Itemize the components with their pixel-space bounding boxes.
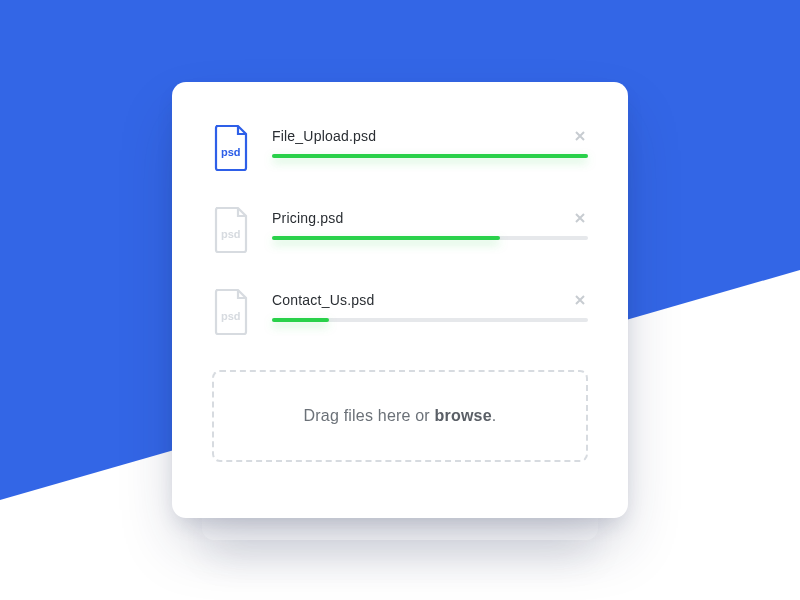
file-psd-icon: psd	[212, 288, 250, 336]
svg-text:psd: psd	[221, 146, 241, 158]
progress-fill	[272, 154, 588, 158]
remove-file-button[interactable]	[572, 210, 588, 226]
file-name: Contact_Us.psd	[272, 292, 374, 308]
dropzone-text: Drag files here or	[304, 407, 435, 424]
file-row: psd Contact_Us.psd	[212, 288, 588, 336]
file-row: psd File_Upload.psd	[212, 124, 588, 172]
file-body: Pricing.psd	[272, 206, 588, 240]
progress-fill	[272, 318, 329, 322]
svg-text:psd: psd	[221, 310, 241, 322]
progress-track	[272, 154, 588, 158]
progress-track	[272, 318, 588, 322]
file-name: File_Upload.psd	[272, 128, 376, 144]
browse-link[interactable]: browse	[435, 407, 492, 424]
dropzone[interactable]: Drag files here or browse.	[212, 370, 588, 462]
file-body: File_Upload.psd	[272, 124, 588, 158]
upload-card: psd File_Upload.psd psd Pricing.psd	[172, 82, 628, 518]
progress-track	[272, 236, 588, 240]
file-body: Contact_Us.psd	[272, 288, 588, 322]
progress-fill	[272, 236, 500, 240]
file-name: Pricing.psd	[272, 210, 343, 226]
dropzone-text: .	[492, 407, 497, 424]
svg-text:psd: psd	[221, 228, 241, 240]
remove-file-button[interactable]	[572, 128, 588, 144]
remove-file-button[interactable]	[572, 292, 588, 308]
file-row: psd Pricing.psd	[212, 206, 588, 254]
file-psd-icon: psd	[212, 206, 250, 254]
file-psd-icon: psd	[212, 124, 250, 172]
